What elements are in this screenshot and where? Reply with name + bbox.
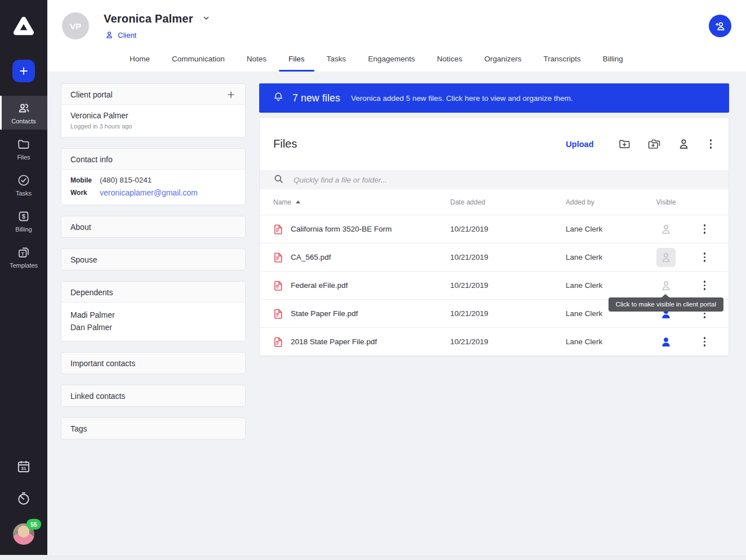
portal-last-login: Logged in 3 hours ago <box>70 123 236 130</box>
client-access-icon[interactable] <box>677 137 690 150</box>
visibility-toggle-off[interactable] <box>656 276 676 295</box>
column-added-by[interactable]: Added by <box>566 198 638 206</box>
sidebar-item-label: Tasks <box>16 190 32 197</box>
tab-organizers[interactable]: Organizers <box>484 55 521 72</box>
dependents-title: Dependents <box>70 288 113 297</box>
column-date-added[interactable]: Date added <box>450 198 566 206</box>
sidebar-item-label: Contacts <box>11 118 35 125</box>
svg-text:31: 31 <box>21 466 26 471</box>
linked-contacts-title: Linked contacts <box>70 392 125 401</box>
contact-info-card: Contact info Mobile (480) 815-0241 Work … <box>61 148 246 205</box>
pdf-file-icon <box>273 336 283 348</box>
row-menu-kebab-icon[interactable] <box>700 278 709 292</box>
row-menu-kebab-icon[interactable] <box>700 250 709 264</box>
client-person-icon <box>105 30 114 39</box>
spouse-title: Spouse <box>70 255 97 264</box>
current-user-avatar[interactable]: 55 <box>13 523 34 545</box>
spouse-card[interactable]: Spouse <box>61 248 246 270</box>
row-menu-kebab-icon[interactable] <box>700 222 709 236</box>
tab-files[interactable]: Files <box>288 55 305 72</box>
sidebar-nav: Contacts Files <box>0 96 47 276</box>
tab-communication[interactable]: Communication <box>172 55 225 72</box>
client-portal-card: Client portal Veronica Palmer Logged in … <box>61 83 246 137</box>
pdf-file-icon <box>273 308 283 320</box>
time-tracker-icon[interactable] <box>16 491 31 508</box>
client-portal-add-button[interactable] <box>226 90 236 100</box>
important-contacts-title: Important contacts <box>70 359 135 368</box>
notification-badge: 55 <box>26 519 41 530</box>
sidebar-item-label: Templates <box>10 262 38 269</box>
row-menu-kebab-icon[interactable] <box>700 335 709 349</box>
new-files-banner[interactable]: 7 new files Veronica added 5 new files. … <box>259 83 729 113</box>
tags-card[interactable]: Tags <box>61 417 246 439</box>
global-add-button[interactable] <box>12 60 35 82</box>
file-row[interactable]: CA_565.pdf 10/21/2019 Lane Clerk <box>260 243 729 272</box>
pdf-file-icon <box>273 251 283 264</box>
sidebar-item-billing[interactable]: $ Billing <box>0 204 47 238</box>
about-card[interactable]: About <box>61 216 246 238</box>
contact-header: VP Veronica Palmer Client <box>47 0 746 72</box>
banner-message: Veronica added 5 new files. Click here t… <box>351 94 573 103</box>
chevron-down-icon <box>202 14 210 24</box>
mobile-value: (480) 815-0241 <box>100 176 152 184</box>
bell-icon <box>273 91 284 105</box>
files-section: 7 new files Veronica added 5 new files. … <box>259 83 729 555</box>
tab-notices[interactable]: Notices <box>437 55 462 72</box>
file-row[interactable]: California form 3520-BE Form 10/21/2019 … <box>260 215 729 243</box>
contact-name: Veronica Palmer <box>104 12 193 25</box>
contact-tabs: Home Communication Notes Files Tasks Eng… <box>130 55 623 72</box>
sidebar-item-label: Billing <box>15 226 32 233</box>
sidebar-bottom: 31 55 <box>13 459 34 555</box>
files-title: Files <box>273 137 297 150</box>
visibility-toggle-off[interactable] <box>656 220 676 239</box>
folder-icon <box>17 137 30 151</box>
column-name-sort[interactable]: Name <box>273 198 450 206</box>
client-portal-title: Client portal <box>70 90 113 99</box>
dollar-square-icon: $ <box>17 210 30 223</box>
sidebar-item-files[interactable]: Files <box>0 132 47 166</box>
calendar-icon[interactable]: 31 <box>16 459 31 475</box>
contact-info-title: Contact info <box>70 155 113 164</box>
mobile-label: Mobile <box>70 176 100 184</box>
contact-name-dropdown[interactable]: Veronica Palmer <box>104 12 210 25</box>
tab-transcripts[interactable]: Transcripts <box>543 55 580 72</box>
pdf-file-icon <box>273 223 283 235</box>
tab-notes[interactable]: Notes <box>247 55 267 72</box>
about-title: About <box>70 223 91 232</box>
sidebar-item-tasks[interactable]: Tasks <box>0 168 47 202</box>
sidebar-item-templates[interactable]: T Templates <box>0 240 47 274</box>
file-row[interactable]: 2018 State Paper File.pdf 10/21/2019 Lan… <box>260 328 729 356</box>
sidebar-item-contacts[interactable]: Contacts <box>0 96 47 130</box>
contacts-icon <box>17 101 30 115</box>
linked-contacts-card[interactable]: Linked contacts <box>61 385 246 407</box>
contact-details-panel: Client portal Veronica Palmer Logged in … <box>61 83 246 555</box>
add-contact-button[interactable] <box>709 15 731 37</box>
upload-button[interactable]: Upload <box>566 140 593 149</box>
check-circle-icon <box>17 174 30 187</box>
files-table-header: Name Date added Added by Visible <box>260 189 729 215</box>
organize-folders-icon[interactable] <box>647 137 661 151</box>
tags-title: Tags <box>70 424 87 433</box>
file-search-bar <box>260 170 729 189</box>
sort-asc-icon <box>296 201 300 203</box>
files-card: Files Upload <box>259 117 729 357</box>
column-visible: Visible <box>638 198 694 206</box>
tab-engagements[interactable]: Engagements <box>368 55 415 72</box>
files-menu-kebab-icon[interactable] <box>707 137 716 151</box>
svg-text:T: T <box>21 251 24 257</box>
work-email-link[interactable]: veronicaplamer@gmail.com <box>100 188 198 197</box>
tab-billing[interactable]: Billing <box>603 55 623 72</box>
visibility-toggle-on[interactable] <box>656 332 676 352</box>
file-search-input[interactable] <box>294 176 715 184</box>
work-label: Work <box>70 189 100 197</box>
tab-tasks[interactable]: Tasks <box>327 55 347 72</box>
file-row[interactable]: Federal eFile.pdf 10/21/2019 Lane Clerk <box>260 272 729 300</box>
contact-type: Client <box>105 30 210 39</box>
contact-avatar: VP <box>62 12 89 39</box>
important-contacts-card[interactable]: Important contacts <box>61 352 246 374</box>
new-folder-icon[interactable] <box>618 137 631 150</box>
visibility-toggle-off-hovered[interactable] <box>656 248 676 267</box>
dependent-item: Dan Palmer <box>70 321 236 334</box>
portal-user-name: Veronica Palmer <box>70 111 236 120</box>
tab-home[interactable]: Home <box>130 55 150 72</box>
